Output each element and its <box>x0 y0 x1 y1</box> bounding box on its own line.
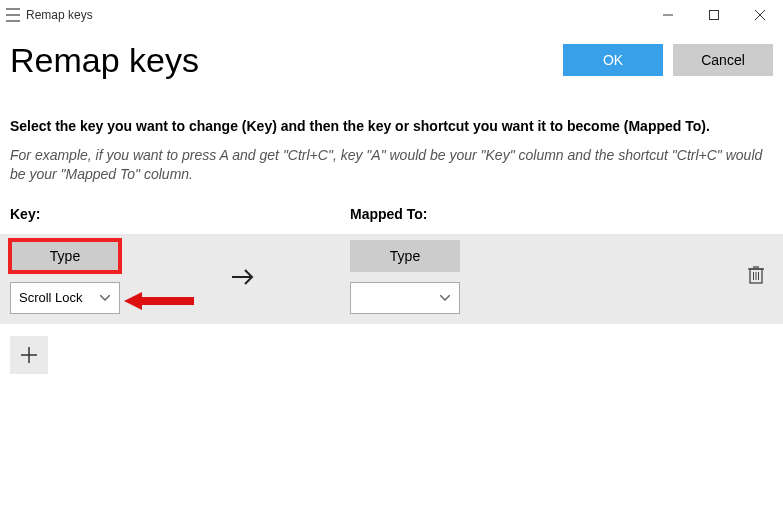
mapping-row: Type Scroll Lock <box>0 234 783 324</box>
mapped-column-label: Mapped To: <box>350 206 773 222</box>
delete-cell <box>747 265 773 289</box>
title-bar: Remap keys <box>0 0 783 30</box>
arrow-right-icon <box>230 266 256 288</box>
page-title: Remap keys <box>10 41 553 80</box>
svg-marker-4 <box>124 292 194 310</box>
close-button[interactable] <box>737 0 783 30</box>
chevron-down-icon <box>99 292 111 304</box>
columns-header: Key: Mapped To: <box>10 206 773 222</box>
add-row-button[interactable] <box>10 336 48 374</box>
mapped-cell: Type <box>350 240 550 314</box>
mapped-type-button[interactable]: Type <box>350 240 460 272</box>
delete-row-button[interactable] <box>747 265 765 289</box>
trash-icon <box>747 265 765 285</box>
mapped-select-dropdown[interactable] <box>350 282 460 314</box>
header-row: Remap keys OK Cancel <box>10 30 773 90</box>
app-icon <box>6 8 20 22</box>
window-controls <box>645 0 783 30</box>
arrow-separator <box>210 266 350 288</box>
ok-button[interactable]: OK <box>563 44 663 76</box>
instruction-text: Select the key you want to change (Key) … <box>10 118 773 134</box>
chevron-down-icon <box>439 292 451 304</box>
key-column-label: Key: <box>10 206 350 222</box>
window-title: Remap keys <box>26 8 93 22</box>
key-type-button[interactable]: Type <box>10 240 120 272</box>
minimize-button[interactable] <box>645 0 691 30</box>
key-select-value: Scroll Lock <box>19 290 99 305</box>
maximize-button[interactable] <box>691 0 737 30</box>
example-text: For example, if you want to press A and … <box>10 146 773 184</box>
key-select-dropdown[interactable]: Scroll Lock <box>10 282 120 314</box>
cancel-button[interactable]: Cancel <box>673 44 773 76</box>
plus-icon <box>20 346 38 364</box>
key-cell: Type Scroll Lock <box>10 240 210 314</box>
svg-rect-1 <box>710 11 719 20</box>
annotation-arrow-icon <box>124 290 194 312</box>
